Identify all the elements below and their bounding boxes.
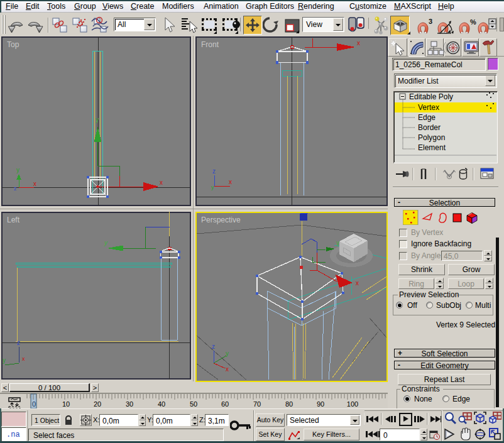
svg-text:Editable Poly: Editable Poly: [409, 92, 453, 101]
svg-text:Border: Border: [418, 123, 441, 132]
svg-text:y: y: [96, 116, 99, 123]
svg-text:80: 80: [285, 400, 293, 408]
svg-text:Polygon: Polygon: [418, 133, 445, 142]
svg-text:40: 40: [158, 400, 165, 408]
svg-text:z: z: [14, 185, 17, 192]
svg-text:z: z: [212, 343, 215, 350]
svg-text:y: y: [211, 184, 214, 190]
svg-text:x: x: [33, 180, 36, 187]
svg-text:Vertex: Vertex: [418, 103, 439, 112]
svg-text:100: 100: [347, 400, 358, 408]
svg-text:20: 20: [94, 400, 101, 408]
svg-text:70: 70: [253, 400, 261, 408]
svg-text:x: x: [229, 178, 232, 185]
svg-text:y: y: [104, 239, 108, 246]
svg-text:Edge: Edge: [418, 113, 436, 122]
svg-text:z: z: [212, 168, 216, 175]
svg-text:y: y: [226, 350, 229, 357]
svg-text:x: x: [356, 280, 359, 287]
svg-text:Element: Element: [418, 143, 446, 152]
svg-text:60: 60: [221, 400, 229, 408]
svg-text:10: 10: [62, 400, 70, 408]
svg-text:3: 3: [429, 18, 432, 25]
svg-text:50: 50: [190, 400, 197, 408]
svg-text:30: 30: [126, 400, 133, 408]
svg-text:y: y: [3, 357, 6, 364]
svg-text:90: 90: [317, 400, 324, 408]
svg-text:x: x: [226, 366, 229, 373]
svg-text:x: x: [357, 40, 360, 46]
svg-text:x: x: [22, 356, 25, 362]
svg-text:y: y: [16, 167, 19, 173]
svg-text:x: x: [160, 179, 163, 186]
svg-text:z: z: [17, 339, 20, 346]
svg-text:0: 0: [32, 400, 36, 408]
svg-text:y: y: [336, 239, 339, 246]
svg-text:%: %: [470, 18, 476, 26]
